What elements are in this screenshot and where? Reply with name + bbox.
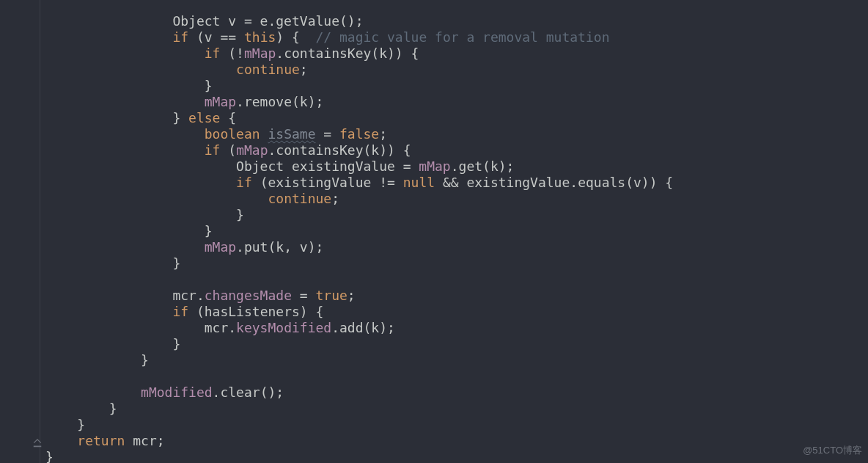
code-line: continue; bbox=[45, 191, 339, 206]
fold-end-icon[interactable] bbox=[32, 438, 43, 448]
code-line: mMap.put(k, v); bbox=[45, 239, 323, 255]
gutter-separator bbox=[40, 0, 40, 463]
code-line: mcr.keysModified.add(k); bbox=[45, 320, 395, 335]
code-line: Object existingValue = mMap.get(k); bbox=[45, 158, 514, 174]
code-line: } bbox=[45, 336, 180, 351]
code-line: } bbox=[45, 207, 244, 222]
code-line: if (mMap.containsKey(k)) { bbox=[45, 142, 411, 158]
code-line: } bbox=[45, 223, 213, 238]
code-line: } else { bbox=[45, 110, 236, 125]
code-line: boolean isSame = false; bbox=[45, 126, 387, 142]
code-line: if (v == this) { // magic value for a re… bbox=[45, 29, 609, 45]
code-line: } bbox=[45, 449, 54, 463]
code-line: continue; bbox=[45, 62, 308, 77]
code-line: mModified.clear(); bbox=[45, 384, 284, 400]
code-line: } bbox=[45, 255, 180, 271]
code-line: } bbox=[45, 78, 213, 93]
code-line: return mcr; bbox=[45, 433, 165, 448]
watermark: @51CTO博客 bbox=[803, 442, 862, 459]
editor-gutter bbox=[0, 0, 45, 463]
code-line: mMap.remove(k); bbox=[45, 94, 323, 109]
code-line: if (hasListeners) { bbox=[45, 304, 323, 319]
code-line: Object v = e.getValue(); bbox=[45, 13, 364, 29]
code-line: if (existingValue != null && existingVal… bbox=[45, 175, 673, 190]
code-area[interactable]: Object v = e.getValue(); if (v == this) … bbox=[45, 13, 673, 463]
code-line: } bbox=[45, 401, 117, 416]
code-line: } bbox=[45, 352, 149, 368]
code-line: mcr.changesMade = true; bbox=[45, 288, 356, 303]
code-line: if (!mMap.containsKey(k)) { bbox=[45, 45, 419, 61]
code-line: } bbox=[45, 417, 85, 432]
